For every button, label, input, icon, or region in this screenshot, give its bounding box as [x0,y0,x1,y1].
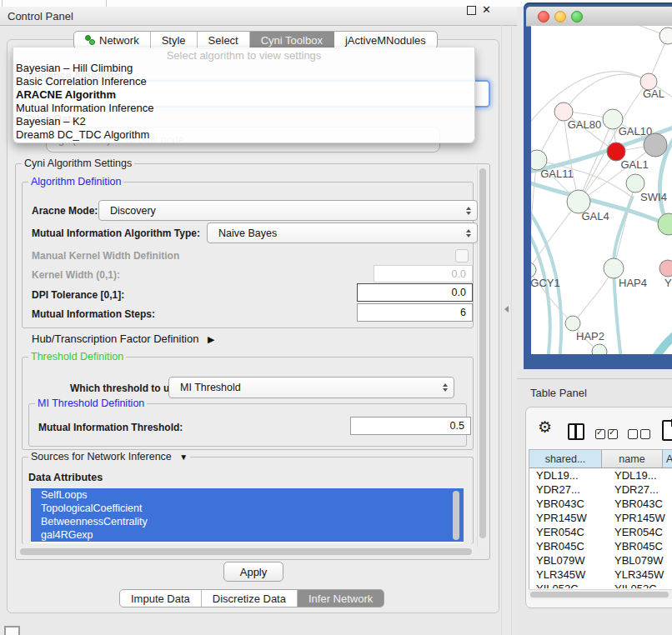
algorithm-definition-title: Algorithm Definition [28,176,123,188]
control-panel-title: Control Panel [8,10,73,22]
network-node[interactable] [565,316,580,331]
unchecked-column-icon[interactable] [628,429,638,439]
cyni-settings-title: Cyni Algorithm Settings [22,158,134,169]
network-node[interactable] [659,28,672,44]
combo-arrows-icon [443,383,448,392]
data-attributes-list[interactable]: SelfLoopsTopologicalCoefficientBetweenne… [31,488,464,543]
tab-style[interactable]: Style [151,32,198,48]
table-column-header[interactable]: shared... [529,450,602,468]
network-node[interactable] [604,258,624,278]
aracne-mode-combobox[interactable]: Discovery [98,200,478,221]
table-row[interactable]: YIL052CYIL052C9 [529,582,672,588]
table-row[interactable]: YDL19...YDL19...13 [529,468,672,482]
tab-discretize-data[interactable]: Discretize Data [202,590,298,607]
aracne-mode-label: Aracne Mode: [32,205,98,217]
node-label: GAL11 [540,168,574,180]
table-row[interactable]: YPR145WYPR145W9. [529,511,672,525]
settings-vertical-scrollbar-thumb[interactable] [479,168,486,538]
window-minimize-icon[interactable] [554,11,566,22]
which-threshold-value: MI Threshold [180,382,241,393]
table-row[interactable]: YER054CYER054C8. [529,525,672,539]
table-column-header[interactable]: name [602,450,663,468]
tab-impute-data[interactable]: Impute Data [120,590,202,607]
kernel-width-label: Kernel Width (0,1): [32,269,120,281]
which-threshold-combobox[interactable]: MI Threshold [168,377,454,398]
network-view-window[interactable]: GALGAL80GAL10GAL1GAL11SWI4GAL4GCY1HAP4YH… [524,2,672,369]
column-layout-icon[interactable] [568,423,584,440]
data-attributes-label: Data Attributes [28,472,103,483]
table-row[interactable]: YBR045CYBR045C9. [529,539,672,553]
network-node[interactable] [658,213,672,235]
node-label: GCY1 [531,277,560,289]
table-cell: YBR043C [608,497,672,511]
table-row[interactable]: YBL079WYBL079W [529,553,672,568]
table-row[interactable]: YBR043CYBR043C [529,497,672,511]
data-attribute-item[interactable]: TopologicalCoefficient [31,502,464,515]
control-panel-bottom-tabbar: Impute DataDiscretize DataInfer Network [119,589,384,608]
network-node[interactable] [531,262,536,278]
sources-group-title: Sources for Network Inference [31,451,172,462]
kernel-width-field[interactable]: 0.0 [374,265,473,282]
table-panel-separator [517,378,672,379]
table-horizontal-scrollbar[interactable] [529,589,672,599]
data-attribute-item[interactable]: BetweennessCentrality [31,515,464,528]
network-node[interactable] [659,260,672,277]
tab-network[interactable]: Network [74,32,151,48]
table-row[interactable]: YLR345WYLR345W9. [529,568,672,582]
float-panel-icon[interactable] [467,6,476,15]
splitter-collapse-handle[interactable] [504,306,509,312]
hub-definition-toggle[interactable]: Hub/Transcription Factor Definition [32,332,214,345]
network-canvas[interactable]: GALGAL80GAL10GAL1GAL11SWI4GAL4GCY1HAP4YH… [531,26,672,354]
data-attributes-scrollbar-thumb[interactable] [453,491,459,540]
window-close-icon[interactable] [538,11,549,22]
apply-button[interactable]: Apply [223,562,283,582]
application-window: Control Panel NetworkStyleSelectCyni Too… [0,0,672,635]
tab-select[interactable]: Select [198,32,250,48]
tab-cyni-toolbox[interactable]: Cyni Toolbox [250,32,334,48]
table-cell: YDL19... [608,468,672,482]
table-cell: YPR145W [608,511,672,525]
table-column-header[interactable]: A [663,450,672,468]
algorithm-option[interactable]: ARACNE Algorithm [16,88,472,102]
minimized-panel-icon[interactable] [4,626,20,635]
algorithm-option[interactable]: Bayesian – K2 [16,115,472,128]
network-node[interactable] [592,344,607,354]
tab-infer-network[interactable]: Infer Network [298,590,384,607]
close-panel-icon[interactable] [482,3,491,16]
mi-steps-field[interactable]: 6 [357,303,473,322]
tab-jactivemnodules[interactable]: jActiveMNodules [334,32,437,48]
mi-type-combobox[interactable]: Naive Bayes [207,222,478,243]
checked-column-icon[interactable] [608,429,618,439]
window-zoom-icon[interactable] [571,11,583,22]
manual-kernel-checkbox[interactable] [455,249,469,262]
settings-horizontal-scrollbar-thumb[interactable] [20,548,472,555]
dpi-tolerance-field[interactable]: 0.0 [357,283,473,302]
algorithm-option[interactable]: Bayesian – Hill Climbing [16,62,472,75]
settings-horizontal-scrollbar[interactable] [18,547,475,557]
settings-vertical-scrollbar[interactable] [477,165,489,547]
data-attribute-item[interactable]: gal4RGexp [31,528,464,542]
network-window-titlebar[interactable] [526,7,672,27]
node-label: GAL10 [619,125,652,138]
algorithm-option[interactable]: Basic Correlation Inference [16,75,472,88]
algorithm-option[interactable]: Mutual Information Inference [16,102,472,115]
sources-group-toggle[interactable]: Sources for Network Inference [28,451,190,462]
network-node[interactable] [644,133,667,157]
data-attribute-item[interactable]: SelfLoops [31,488,464,502]
node-label: Y [664,277,672,289]
table-cell: YER054C [529,525,608,539]
table-row[interactable]: YDR27...YDR27...12 [529,482,672,497]
network-icon [85,35,95,45]
algorithm-option[interactable]: Dream8 DC_TDC Algorithm [16,128,472,142]
algorithm-dropdown-prompt: Select algorithm to view settings [13,49,474,62]
gear-icon[interactable]: ⚙ [538,418,552,437]
new-table-icon[interactable] [662,420,672,441]
unchecked-column-icon[interactable] [640,429,650,439]
network-node[interactable] [626,174,644,192]
table-horizontal-scrollbar-thumb[interactable] [530,592,669,598]
checked-column-icon[interactable] [595,429,605,439]
hub-definition-label: Hub/Transcription Factor Definition [32,332,198,345]
mi-threshold-field[interactable]: 0.5 [350,417,471,435]
table-cell: YLR345W [608,568,672,582]
table-cell: YIL052C [529,582,608,588]
